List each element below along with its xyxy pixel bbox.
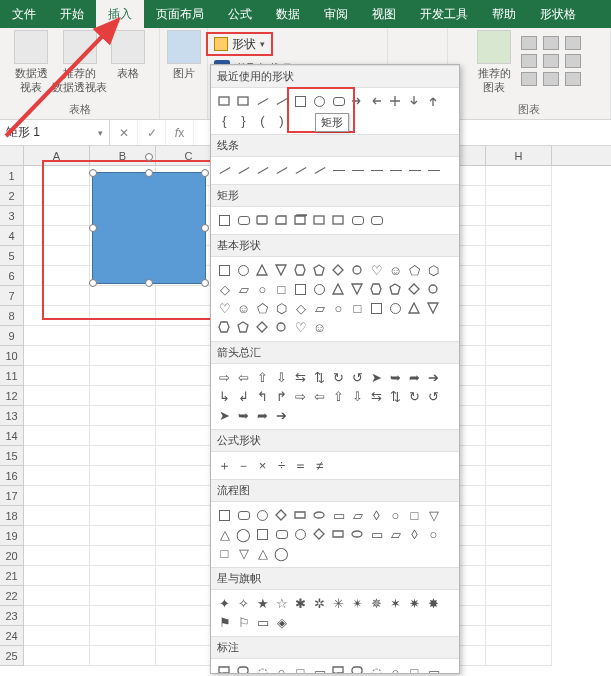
cell[interactable]	[24, 346, 90, 366]
shape-option[interactable]	[348, 663, 367, 674]
combo-chart-icon[interactable]	[521, 72, 537, 86]
shape-option[interactable]: ○	[272, 663, 291, 674]
shape-option[interactable]: ➦	[253, 406, 272, 425]
rotation-handle[interactable]	[145, 153, 153, 161]
shape-option[interactable]: ☺	[234, 299, 253, 318]
cell[interactable]	[90, 426, 156, 446]
row-header[interactable]: 14	[0, 426, 24, 446]
shape-option[interactable]	[234, 663, 253, 674]
cell[interactable]	[24, 526, 90, 546]
cell[interactable]	[24, 286, 90, 306]
shape-option[interactable]: ○	[386, 663, 405, 674]
shape-option[interactable]: ▽	[234, 544, 253, 563]
cell[interactable]	[486, 346, 552, 366]
cell[interactable]	[90, 346, 156, 366]
cell[interactable]	[90, 586, 156, 606]
shape-option[interactable]	[291, 92, 310, 111]
shape-option[interactable]: ⇩	[348, 387, 367, 406]
shape-option[interactable]	[215, 261, 234, 280]
tab-developer[interactable]: 开发工具	[408, 0, 480, 28]
shape-option[interactable]: ➥	[234, 406, 253, 425]
cell[interactable]	[90, 306, 156, 326]
shape-option[interactable]: ➔	[272, 406, 291, 425]
shape-option[interactable]: ⬠	[253, 299, 272, 318]
shape-option[interactable]	[386, 161, 405, 180]
shape-option[interactable]	[272, 525, 291, 544]
shape-option[interactable]	[424, 161, 443, 180]
row-header[interactable]: 13	[0, 406, 24, 426]
row-header[interactable]: 19	[0, 526, 24, 546]
row-header[interactable]: 5	[0, 246, 24, 266]
shapes-dropdown-button[interactable]: 形状 ▾	[206, 32, 273, 56]
shape-option[interactable]	[253, 92, 272, 111]
shape-option[interactable]: －	[234, 456, 253, 475]
shape-option[interactable]: ▽	[424, 506, 443, 525]
cell[interactable]	[486, 626, 552, 646]
cell[interactable]	[90, 466, 156, 486]
cell[interactable]	[24, 626, 90, 646]
cell[interactable]	[486, 226, 552, 246]
cell[interactable]	[486, 246, 552, 266]
shape-option[interactable]: (	[253, 111, 272, 130]
shape-option[interactable]	[405, 161, 424, 180]
shape-option[interactable]	[234, 318, 253, 337]
recommended-pivot-button[interactable]: 推荐的 数据透视表	[52, 30, 107, 94]
cell[interactable]	[24, 226, 90, 246]
cell[interactable]	[90, 566, 156, 586]
shape-option[interactable]: ↲	[234, 387, 253, 406]
cell[interactable]	[90, 406, 156, 426]
inserted-rectangle-shape[interactable]	[92, 172, 206, 284]
shape-option[interactable]: □	[405, 663, 424, 674]
table-button[interactable]: 表格	[111, 30, 145, 80]
cell[interactable]	[90, 326, 156, 346]
line-chart-icon[interactable]	[543, 36, 559, 50]
cell[interactable]	[24, 546, 90, 566]
shape-option[interactable]	[405, 280, 424, 299]
resize-handle-n[interactable]	[145, 169, 153, 177]
shape-option[interactable]: ✦	[215, 594, 234, 613]
shape-option[interactable]: ⚐	[234, 613, 253, 632]
shape-option[interactable]: ▭	[367, 525, 386, 544]
chevron-down-icon[interactable]: ▾	[98, 128, 103, 138]
shape-option[interactable]	[348, 211, 367, 230]
shape-option[interactable]	[291, 161, 310, 180]
shape-option[interactable]	[310, 261, 329, 280]
row-header[interactable]: 18	[0, 506, 24, 526]
row-header[interactable]: 17	[0, 486, 24, 506]
shape-option[interactable]: ✵	[367, 594, 386, 613]
cell[interactable]	[90, 446, 156, 466]
shape-option[interactable]	[329, 280, 348, 299]
shape-option[interactable]: ⬡	[424, 261, 443, 280]
shape-option[interactable]	[310, 161, 329, 180]
cell[interactable]	[24, 266, 90, 286]
column-header[interactable]: A	[24, 146, 90, 165]
resize-handle-s[interactable]	[145, 279, 153, 287]
pictures-button[interactable]: 图片	[167, 30, 201, 80]
shape-option[interactable]: ✧	[234, 594, 253, 613]
row-header[interactable]: 11	[0, 366, 24, 386]
shape-option[interactable]: ♡	[367, 261, 386, 280]
shape-option[interactable]	[215, 92, 234, 111]
cell[interactable]	[24, 566, 90, 586]
shape-option[interactable]: ⇨	[291, 387, 310, 406]
resize-handle-se[interactable]	[201, 279, 209, 287]
shape-option[interactable]: ＋	[215, 456, 234, 475]
shape-option[interactable]: ↱	[272, 387, 291, 406]
row-header[interactable]: 9	[0, 326, 24, 346]
shape-option[interactable]	[215, 506, 234, 525]
shape-option[interactable]	[291, 261, 310, 280]
resize-handle-w[interactable]	[89, 224, 97, 232]
shape-option[interactable]	[310, 92, 329, 111]
cell[interactable]	[24, 186, 90, 206]
shape-option[interactable]: ⬠	[405, 261, 424, 280]
shape-option[interactable]: ♡	[215, 299, 234, 318]
select-all-corner[interactable]	[0, 146, 24, 165]
row-header[interactable]: 25	[0, 646, 24, 666]
cell[interactable]	[90, 506, 156, 526]
shape-option[interactable]: ⬡	[272, 299, 291, 318]
shape-option[interactable]: ↻	[329, 368, 348, 387]
tab-view[interactable]: 视图	[360, 0, 408, 28]
row-header[interactable]: 8	[0, 306, 24, 326]
shape-option[interactable]	[329, 663, 348, 674]
shape-option[interactable]	[253, 261, 272, 280]
